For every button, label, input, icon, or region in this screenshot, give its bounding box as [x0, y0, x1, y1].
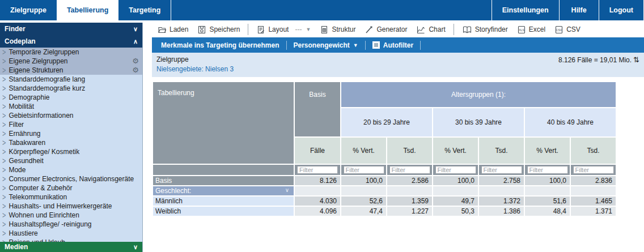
- tab-targeting[interactable]: Targeting: [118, 0, 171, 20]
- metric-header: % Vert.: [525, 138, 570, 164]
- value-cell: 2.758: [479, 176, 524, 185]
- filter-input[interactable]: [435, 166, 476, 174]
- sidebar-section-medien[interactable]: Medien ∨: [0, 242, 142, 252]
- filter-input[interactable]: [297, 166, 338, 174]
- sidebar-item-haushaltspflege-reinigung[interactable]: >Haushaltspflege/ -reinigung: [0, 220, 142, 229]
- sidebar-item-gesundheit[interactable]: >Gesundheit: [0, 156, 142, 165]
- sidebar-item-telekommunikation[interactable]: >Telekommunikation: [0, 193, 142, 202]
- sidebar-item-standarddemografie-kurz[interactable]: >Standarddemografie kurz: [0, 84, 142, 93]
- sidebar-item-label: Gebietsinformationen: [9, 111, 139, 120]
- button-label: Excel: [529, 25, 545, 33]
- sidebar-item-körperpflege-kosmetik[interactable]: >Körperpflege/ Kosmetik: [0, 147, 142, 156]
- sidebar-item-filter[interactable]: >Filter: [0, 120, 142, 129]
- filter-input[interactable]: [573, 166, 614, 174]
- button-label: Generator: [376, 25, 407, 33]
- gear-icon[interactable]: ⚙: [132, 66, 139, 75]
- excel-button[interactable]: XLSExcel: [514, 24, 549, 36]
- sidebar-item-label: Körperpflege/ Kosmetik: [9, 147, 139, 156]
- sidebar-item-computer-zubehör[interactable]: >Computer & Zubehör: [0, 183, 142, 193]
- basis-column-header: Basis: [295, 82, 340, 136]
- nav-item-einstellungen[interactable]: Einstellungen: [492, 0, 559, 20]
- value-cell: 48,4: [525, 207, 570, 216]
- value-cell: 1.372: [479, 197, 524, 206]
- metric-header: Tsd.: [571, 138, 616, 164]
- personengewicht-dropdown[interactable]: Personengewicht ▼: [288, 41, 364, 49]
- row-label-geschlecht[interactable]: Geschlecht:∨: [153, 186, 294, 195]
- value-cell: 4.096: [295, 207, 340, 216]
- tab-zielgruppe[interactable]: Zielgruppe: [0, 0, 57, 20]
- sidebar-item-haustiere[interactable]: >Haustiere: [0, 229, 142, 238]
- sidebar-item-mobilität[interactable]: >Mobilität: [0, 102, 142, 111]
- chart-button[interactable]: Chart: [413, 24, 448, 36]
- struktur-button[interactable]: Struktur: [316, 24, 359, 36]
- sidebar-item-haushalts-und-heimwerkergeräte[interactable]: >Haushalts- und Heimwerkergeräte: [0, 202, 142, 211]
- filter-input[interactable]: [481, 166, 522, 174]
- chevron-down-icon: ∨: [285, 187, 289, 193]
- open-book-icon: [462, 25, 472, 34]
- sidebar-item-demographie[interactable]: >Demographie: [0, 93, 142, 102]
- command-bar: Merkmale ins Targeting übernehmen Person…: [152, 37, 644, 53]
- gear-icon[interactable]: ⚙: [132, 57, 139, 66]
- sidebar-item-eigene-zielgruppen[interactable]: >Eigene Zielgruppen⚙: [0, 57, 142, 66]
- storyfinder-button[interactable]: Storyfinder: [459, 24, 511, 36]
- value-cell: [387, 186, 432, 195]
- divider: [248, 24, 248, 35]
- sidebar-item-consumer-electronics-navigationsgeräte[interactable]: >Consumer Electronics, Navigationsgeräte: [0, 174, 142, 183]
- laden-button[interactable]: Laden: [154, 24, 192, 36]
- value-cell: 1.227: [387, 207, 432, 216]
- sidebar-item-standarddemografie-lang[interactable]: >Standarddemografie lang: [0, 75, 142, 84]
- sidebar-item-label: Mode: [9, 165, 139, 174]
- sidebar-item-ernährung[interactable]: >Ernährung: [0, 129, 142, 138]
- nav-item-logout[interactable]: Logout: [599, 0, 644, 20]
- sidebar-section-codeplan[interactable]: Codeplan ∧: [0, 35, 142, 48]
- table-row-basis: Basis8.126100,02.586100,02.758100,02.836: [153, 176, 616, 185]
- button-label: Struktur: [332, 25, 355, 33]
- metric-header: % Vert.: [433, 138, 478, 164]
- filter-cell: [571, 165, 616, 175]
- sidebar-item-eigene-strukturen[interactable]: >Eigene Strukturen⚙: [0, 66, 142, 75]
- sidebar-item-label: Standarddemografie kurz: [9, 84, 139, 93]
- codeplan-label: Codeplan: [5, 35, 36, 48]
- swap-arrows-icon[interactable]: ⇅: [633, 55, 639, 64]
- speichern-button[interactable]: Speichern: [194, 24, 243, 36]
- nav-item-hilfe[interactable]: Hilfe: [559, 0, 599, 20]
- autofilter-toggle[interactable]: Autofilter: [367, 41, 419, 49]
- sidebar-item-mode[interactable]: >Mode: [0, 165, 142, 174]
- csv-button[interactable]: CSVCSV: [551, 24, 584, 36]
- generator-button[interactable]: Generator: [361, 24, 410, 36]
- sidebar-item-label: Eigene Zielgruppen: [9, 57, 130, 66]
- value-cell: 100,0: [341, 176, 386, 185]
- sidebar-item-label: Tabakwaren: [9, 138, 139, 147]
- filter-cell: [341, 165, 386, 175]
- sidebar-item-tabakwaren[interactable]: >Tabakwaren: [0, 138, 142, 147]
- button-label: Chart: [429, 25, 445, 33]
- sidebar-item-label: Gesundheit: [9, 156, 139, 165]
- sidebar-item-gebietsinformationen[interactable]: >Gebietsinformationen: [0, 111, 142, 120]
- sidebar-item-wohnen-und-einrichten[interactable]: >Wohnen und Einrichten: [0, 211, 142, 220]
- case-count: 8.126 Fälle = 19,01 Mio. ⇅: [558, 55, 639, 64]
- filter-input[interactable]: [527, 166, 568, 174]
- row-label-weiblich: Weiblich: [153, 207, 294, 216]
- value-cell: 50,3: [433, 207, 478, 216]
- sidebar-section-finder[interactable]: Finder ∨: [0, 23, 142, 35]
- merkmale-targeting-button[interactable]: Merkmale ins Targeting übernehmen: [155, 41, 285, 49]
- filter-input[interactable]: [389, 166, 430, 174]
- sidebar-item-label: Computer & Zubehör: [9, 183, 139, 193]
- value-cell: 2.836: [571, 176, 616, 185]
- layout-button[interactable]: Layout---▼: [253, 24, 314, 36]
- value-cell: 1.465: [571, 197, 616, 206]
- autofilter-checkbox[interactable]: [372, 41, 380, 49]
- divider: [420, 41, 421, 50]
- codeplan-item-list: >Temporäre Zielgruppen>Eigene Zielgruppe…: [0, 48, 142, 247]
- chevron-down-icon: ▼: [306, 27, 311, 32]
- sidebar-item-temporäre-zielgruppen[interactable]: >Temporäre Zielgruppen: [0, 48, 142, 57]
- filter-row-label-cell: [153, 165, 294, 175]
- divider: [286, 41, 287, 50]
- filter-input[interactable]: [344, 166, 384, 174]
- row-label-männlich: Männlich: [153, 197, 294, 206]
- tab-tabellierung[interactable]: Tabellierung: [57, 0, 118, 20]
- layout-preset-value[interactable]: ---: [295, 25, 302, 33]
- sidebar: Finder ∨ Codeplan ∧ >Temporäre Zielgrupp…: [0, 23, 143, 252]
- sidebar-item-label: Eigene Strukturen: [9, 66, 130, 75]
- table-row-geschlecht: Geschlecht:∨: [153, 186, 616, 195]
